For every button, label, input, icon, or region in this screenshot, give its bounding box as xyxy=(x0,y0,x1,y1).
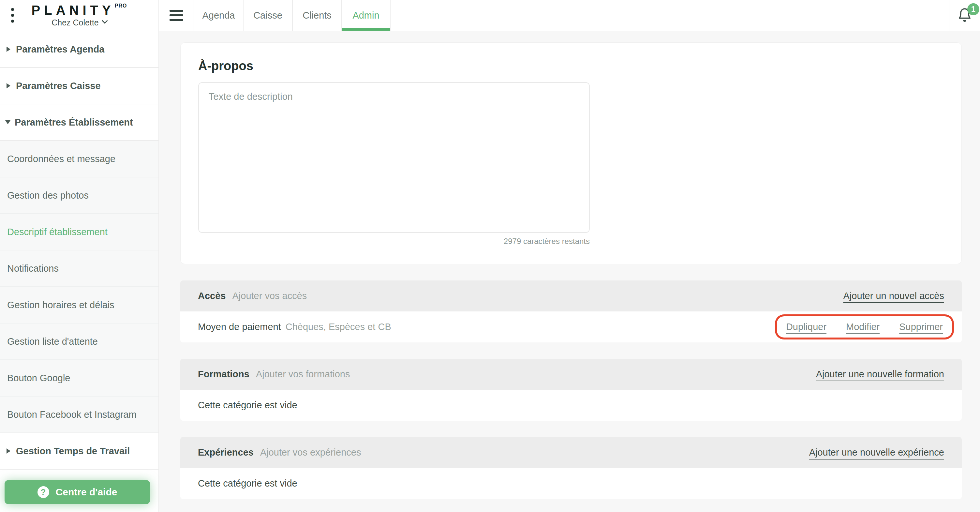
section-subtitle: Ajouter vos formations xyxy=(256,369,350,380)
notifications-zone: 1 xyxy=(949,0,980,31)
section-title: Formations xyxy=(198,369,250,380)
access-row-name: Moyen de paiement xyxy=(198,322,281,332)
chevron-down-icon xyxy=(102,18,108,24)
brand-name: PLANITY xyxy=(32,3,115,17)
sidebar-item-label: Paramètres Caisse xyxy=(16,81,101,91)
sidebar-item-parametres-agenda[interactable]: Paramètres Agenda xyxy=(0,31,158,68)
section-title: Accès xyxy=(198,290,226,301)
help-center-button[interactable]: ? Centre d'aide xyxy=(5,480,150,504)
brand-logo: PLANITY PRO Chez Colette xyxy=(32,3,127,27)
help-center-label: Centre d'aide xyxy=(56,486,118,498)
about-card: À-propos 2979 caractères restants xyxy=(180,42,962,264)
section-acces: Accès Ajouter vos accès Ajouter un nouve… xyxy=(180,281,962,343)
caret-right-icon xyxy=(6,83,10,88)
hamburger-menu-icon xyxy=(170,10,183,21)
tab-agenda[interactable]: Agenda xyxy=(194,0,243,31)
access-row-moyen-de-paiement: Moyen de paiement Chèques, Espèces et CB… xyxy=(180,311,962,343)
add-experience-link[interactable]: Ajouter une nouvelle expérience xyxy=(809,447,944,458)
sidebar-item-parametres-etablissement[interactable]: Paramètres Établissement xyxy=(0,104,158,141)
section-acces-header: Accès Ajouter vos accès Ajouter un nouve… xyxy=(180,281,962,311)
sidebar-item-label: Paramètres Agenda xyxy=(16,44,104,55)
account-name: Chez Colette xyxy=(51,18,99,27)
section-formations-header: Formations Ajouter vos formations Ajoute… xyxy=(180,359,962,390)
experiences-empty-state: Cette catégorie est vide xyxy=(180,468,962,499)
edit-link[interactable]: Modifier xyxy=(846,322,880,332)
caret-right-icon xyxy=(6,448,10,454)
description-textarea[interactable] xyxy=(198,82,590,233)
sidebar-item-label: Paramètres Établissement xyxy=(15,117,133,128)
add-formation-link[interactable]: Ajouter une nouvelle formation xyxy=(816,369,944,380)
section-title: Expériences xyxy=(198,447,254,458)
brand-suffix: PRO xyxy=(115,3,127,9)
sidebar-item-bouton-google[interactable]: Bouton Google xyxy=(0,360,158,397)
page-title: À-propos xyxy=(198,59,944,73)
sidebar-item-label: Bouton Google xyxy=(7,373,70,383)
section-experiences-header: Expériences Ajouter vos expériences Ajou… xyxy=(180,437,962,468)
access-row-value: Chèques, Espèces et CB xyxy=(286,322,391,332)
notification-badge: 1 xyxy=(967,3,979,15)
question-mark-icon: ? xyxy=(38,486,49,498)
account-switcher[interactable]: Chez Colette xyxy=(51,18,107,27)
main-nav-tabs: Agenda Caisse Clients Admin xyxy=(194,0,391,31)
caret-right-icon xyxy=(6,47,10,52)
topbar-spacer xyxy=(391,0,949,31)
sidebar-item-label: Gestion Temps de Travail xyxy=(16,446,130,456)
sidebar-item-gestion-horaires-et-delais[interactable]: Gestion horaires et délais xyxy=(0,287,158,324)
tab-admin[interactable]: Admin xyxy=(341,0,391,31)
sidebar-item-label: Gestion horaires et délais xyxy=(7,300,115,311)
sidebar-item-parametres-caisse[interactable]: Paramètres Caisse xyxy=(0,68,158,104)
sidebar-item-notifications[interactable]: Notifications xyxy=(0,250,158,287)
access-row-actions-highlight: Dupliquer Modifier Supprimer xyxy=(775,314,954,340)
main-content: À-propos 2979 caractères restants Accès … xyxy=(160,31,980,512)
sidebar-item-label: Coordonnées et message xyxy=(7,154,115,164)
sidebar-item-gestion-liste-attente[interactable]: Gestion liste d'attente xyxy=(0,324,158,360)
sidebar-item-label: Descriptif établissement xyxy=(7,226,108,238)
section-subtitle: Ajouter vos expériences xyxy=(260,447,361,458)
sidebar-item-coordonnees-et-message[interactable]: Coordonnées et message xyxy=(0,141,158,177)
sidebar: Paramètres Agenda Paramètres Caisse Para… xyxy=(0,31,159,512)
logo-block: PLANITY PRO Chez Colette xyxy=(0,0,159,31)
sidebar-item-gestion-temps-de-travail[interactable]: Gestion Temps de Travail xyxy=(0,433,158,470)
sidebar-item-label: Notifications xyxy=(7,263,59,274)
tab-caisse[interactable]: Caisse xyxy=(243,0,292,31)
topbar: PLANITY PRO Chez Colette Agenda Caisse C… xyxy=(0,0,980,31)
section-subtitle: Ajouter vos accès xyxy=(232,290,307,301)
section-formations: Formations Ajouter vos formations Ajoute… xyxy=(180,359,962,421)
sidebar-item-gestion-des-photos[interactable]: Gestion des photos xyxy=(0,177,158,214)
hamburger-menu-button[interactable] xyxy=(159,0,194,31)
sidebar-item-label: Gestion liste d'attente xyxy=(7,336,98,347)
add-access-link[interactable]: Ajouter un nouvel accès xyxy=(843,290,944,301)
sidebar-item-label: Bouton Facebook et Instagram xyxy=(7,409,137,420)
tab-clients[interactable]: Clients xyxy=(292,0,341,31)
kebab-menu-icon[interactable] xyxy=(10,7,15,24)
characters-remaining: 2979 caractères restants xyxy=(198,237,590,246)
section-experiences: Expériences Ajouter vos expériences Ajou… xyxy=(180,437,962,499)
sidebar-item-bouton-facebook-instagram[interactable]: Bouton Facebook et Instagram xyxy=(0,397,158,433)
sidebar-item-label: Gestion des photos xyxy=(7,190,89,201)
notifications-button[interactable]: 1 xyxy=(957,8,972,23)
formations-empty-state: Cette catégorie est vide xyxy=(180,390,962,421)
duplicate-link[interactable]: Dupliquer xyxy=(786,322,826,332)
sidebar-item-descriptif-etablissement[interactable]: Descriptif établissement xyxy=(0,214,158,250)
delete-link[interactable]: Supprimer xyxy=(899,322,943,332)
caret-down-icon xyxy=(5,120,10,124)
